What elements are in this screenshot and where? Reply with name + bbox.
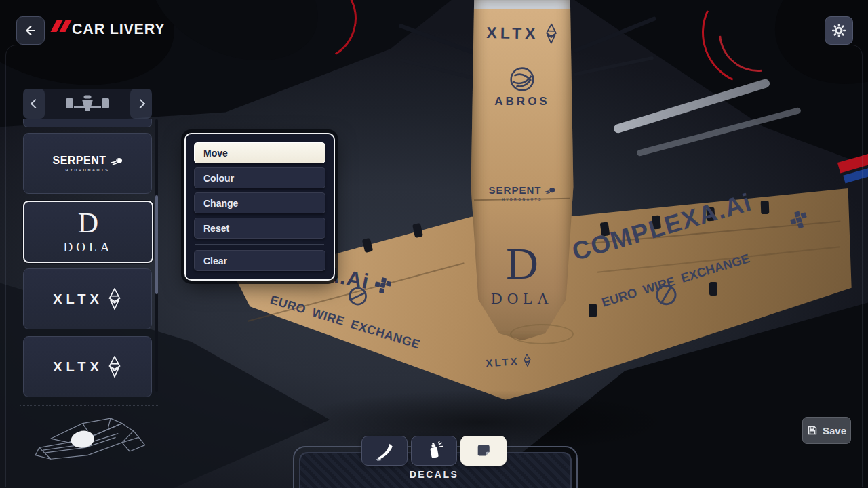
menu-separator <box>195 244 324 245</box>
front-wing-wireframe-icon <box>26 409 155 483</box>
floppy-icon <box>807 425 818 436</box>
decal-card-dola[interactable]: D DOLA <box>23 201 153 263</box>
decal-nose-xltx[interactable]: XLTX <box>471 22 574 45</box>
xltx-diamond-icon <box>544 24 558 44</box>
comet-icon <box>111 157 123 165</box>
menu-item-move[interactable]: Move <box>194 142 326 163</box>
xltx-diamond-icon <box>107 356 122 378</box>
sponsor-label: XLTX <box>53 359 103 375</box>
livery-swoosh-icon <box>374 441 395 461</box>
save-label: Save <box>823 425 846 436</box>
decal-text: ABROS <box>494 95 549 108</box>
flap-adjuster <box>761 201 770 214</box>
decal-text: SERPENT <box>489 184 542 196</box>
decal-card-xltx[interactable]: XLTX <box>23 268 152 329</box>
scrollbar-thumb[interactable] <box>155 195 158 294</box>
comet-icon <box>545 186 555 195</box>
decal-nose-dola[interactable]: D DOLA <box>471 241 573 308</box>
decals-tool-button[interactable] <box>460 436 507 466</box>
decal-text: D <box>506 241 538 286</box>
title-accent-slashes <box>54 20 68 32</box>
decal-card-serpent[interactable]: SERPENT HYDRONAUTS <box>23 133 152 194</box>
xltx-diamond-icon <box>107 288 122 310</box>
next-part-button[interactable] <box>130 89 152 119</box>
decal-nose-serpent[interactable]: SERPENT HYDRONAUTS <box>471 184 573 201</box>
page-title: CAR LIVERY <box>72 21 165 38</box>
sticker-icon <box>474 441 493 460</box>
car-front-icon <box>64 93 111 117</box>
chevron-right-icon <box>135 99 144 108</box>
abros-logo-icon <box>509 66 535 92</box>
decal-text: XLTX <box>486 355 519 369</box>
car-livery-editor: XLTX ABROS SERPENT <box>0 0 868 488</box>
decal-nose-abros[interactable]: ABROS <box>471 66 573 108</box>
chevron-left-icon <box>30 99 39 108</box>
sponsor-label: SERPENT <box>52 155 106 167</box>
flap-hook <box>589 304 597 317</box>
prev-part-button[interactable] <box>23 89 45 119</box>
settings-button[interactable] <box>825 16 853 45</box>
decal-text: XLTX <box>486 24 539 43</box>
front-wing-wireframe-thumbnail <box>20 405 159 486</box>
menu-item-clear[interactable]: Clear <box>194 250 326 271</box>
nose-tip-ring <box>510 324 574 344</box>
toolbar-label: DECALS <box>293 469 575 480</box>
decal-card-partial[interactable] <box>23 119 152 127</box>
pixel-cluster-icon <box>372 274 393 295</box>
sponsor-sublabel: HYDRONAUTS <box>66 168 110 172</box>
decal-card-xltx-2[interactable]: XLTX <box>23 336 152 397</box>
livery-tool-button[interactable] <box>361 436 408 466</box>
gear-icon <box>831 23 846 38</box>
back-button[interactable] <box>16 16 45 45</box>
decal-context-menu: Move Colour Change Reset Clear <box>184 133 335 281</box>
paint-tool-button[interactable] <box>411 436 457 466</box>
decal-list-scrollbar[interactable] <box>155 119 158 392</box>
spray-can-icon <box>424 441 444 461</box>
save-button[interactable]: Save <box>802 417 851 444</box>
flap-hook <box>709 282 717 296</box>
decal-subtext: HYDRONAUTS <box>502 197 542 201</box>
back-arrow-icon <box>24 24 37 37</box>
menu-item-colour[interactable]: Colour <box>194 167 326 188</box>
sponsor-label: XLTX <box>53 291 103 307</box>
decal-text: DOLA <box>491 290 553 308</box>
menu-item-change[interactable]: Change <box>194 192 326 214</box>
sponsor-label: DOLA <box>64 240 113 255</box>
sponsor-initial: D <box>64 209 113 237</box>
xltx-diamond-icon <box>522 354 532 367</box>
menu-item-reset[interactable]: Reset <box>194 218 326 239</box>
